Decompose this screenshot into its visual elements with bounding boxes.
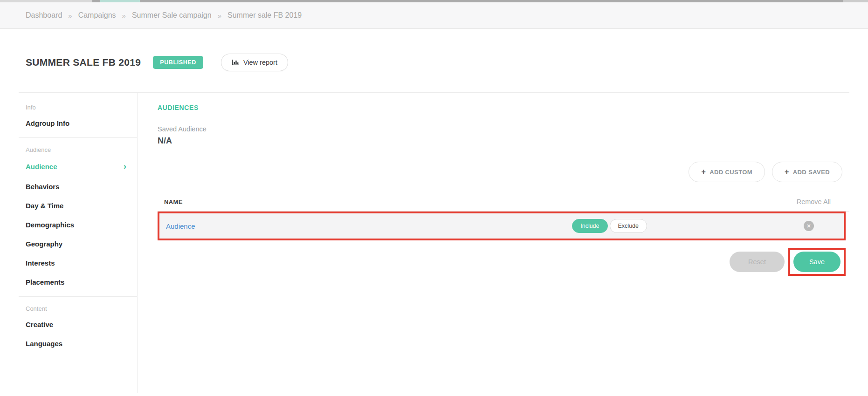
page-header: SUMMER SALE FB 2019 PUBLISHED View repor… <box>26 52 868 73</box>
sidebar-item-interests[interactable]: Interests <box>19 253 137 273</box>
form-footer: Reset Save <box>158 248 849 276</box>
sidebar-item-placements[interactable]: Placements <box>19 273 137 292</box>
save-button[interactable]: Save <box>793 252 840 272</box>
sidebar-item-behaviors[interactable]: Behaviors <box>19 177 137 196</box>
bar-chart-icon <box>232 59 239 66</box>
audience-table-header: NAME Remove All <box>158 198 849 212</box>
plus-icon: + <box>785 168 789 176</box>
breadcrumb: Dashboard » Campaigns » Summer Sale camp… <box>0 2 868 29</box>
sidebar-item-label: Placements <box>26 278 64 286</box>
sidebar-item-label: Geography <box>26 240 62 248</box>
sidebar-item-label: Interests <box>26 259 55 267</box>
sidebar-item-label: Behaviors <box>26 183 60 191</box>
sidebar-section-audience: Audience <box>19 143 137 156</box>
breadcrumb-item-adgroup[interactable]: Summer sale FB 2019 <box>227 11 302 20</box>
remove-all-header[interactable]: Remove All <box>797 198 831 205</box>
save-annotation-red-box: Save <box>788 248 846 276</box>
breadcrumb-separator-icon: » <box>218 12 221 20</box>
chevron-right-icon: › <box>124 162 126 171</box>
sidebar-section-info: Info <box>19 100 137 114</box>
breadcrumb-item-dashboard[interactable]: Dashboard <box>26 11 62 20</box>
sidebar-item-adgroup-info[interactable]: Adgroup Info <box>19 114 137 133</box>
view-report-label: View report <box>243 59 277 66</box>
add-custom-button[interactable]: + ADD CUSTOM <box>689 162 765 182</box>
breadcrumb-separator-icon: » <box>68 12 72 20</box>
sidebar-divider <box>19 296 137 297</box>
include-exclude-toggle: Include Exclude <box>572 219 647 233</box>
view-report-button[interactable]: View report <box>221 54 288 71</box>
remove-row-icon[interactable]: ✕ <box>804 221 814 231</box>
sidebar: Info Adgroup Info Audience Audience › Be… <box>19 93 138 393</box>
add-saved-button[interactable]: + ADD SAVED <box>772 162 842 182</box>
remove-cell: ✕ <box>804 221 814 231</box>
saved-audience-value: N/A <box>158 136 849 146</box>
include-button[interactable]: Include <box>572 219 607 233</box>
sidebar-item-label: Creative <box>26 321 53 328</box>
sidebar-item-label: Day & Time <box>26 202 63 210</box>
audiences-heading: AUDIENCES <box>158 104 849 111</box>
sidebar-item-label: Audience <box>26 163 57 171</box>
sidebar-item-languages[interactable]: Languages <box>19 334 137 353</box>
plus-icon: + <box>701 168 706 176</box>
audience-actions: + ADD CUSTOM + ADD SAVED <box>158 162 849 182</box>
sidebar-divider <box>19 137 137 138</box>
sidebar-item-audience[interactable]: Audience › <box>19 156 137 177</box>
status-badge: PUBLISHED <box>153 56 203 69</box>
sidebar-item-creative[interactable]: Creative <box>19 315 137 334</box>
sidebar-section-content: Content <box>19 301 137 315</box>
add-saved-label: ADD SAVED <box>793 169 830 176</box>
add-custom-label: ADD CUSTOM <box>710 169 752 176</box>
saved-audience-label: Saved Audience <box>158 125 849 133</box>
content-area: Info Adgroup Info Audience Audience › Be… <box>19 92 849 393</box>
sidebar-item-label: Demographics <box>26 221 74 229</box>
audience-table-row: Audience Include Exclude ✕ <box>158 212 846 240</box>
reset-button[interactable]: Reset <box>730 252 785 272</box>
main-panel: AUDIENCES Saved Audience N/A + ADD CUSTO… <box>138 93 849 393</box>
sidebar-item-label: Languages <box>26 340 62 348</box>
audience-name-link[interactable]: Audience <box>159 222 195 230</box>
breadcrumb-item-campaign[interactable]: Summer Sale campaign <box>132 11 212 20</box>
breadcrumb-item-campaigns[interactable]: Campaigns <box>78 11 116 20</box>
page: Dashboard » Campaigns » Summer Sale camp… <box>0 0 868 396</box>
page-title: SUMMER SALE FB 2019 <box>26 57 141 68</box>
sidebar-item-label: Adgroup Info <box>26 119 69 127</box>
sidebar-item-day-time[interactable]: Day & Time <box>19 196 137 215</box>
name-column-header: NAME <box>158 198 183 205</box>
sidebar-item-demographics[interactable]: Demographics <box>19 215 137 234</box>
breadcrumb-separator-icon: » <box>122 12 126 20</box>
sidebar-item-geography[interactable]: Geography <box>19 234 137 253</box>
exclude-button[interactable]: Exclude <box>610 219 647 233</box>
